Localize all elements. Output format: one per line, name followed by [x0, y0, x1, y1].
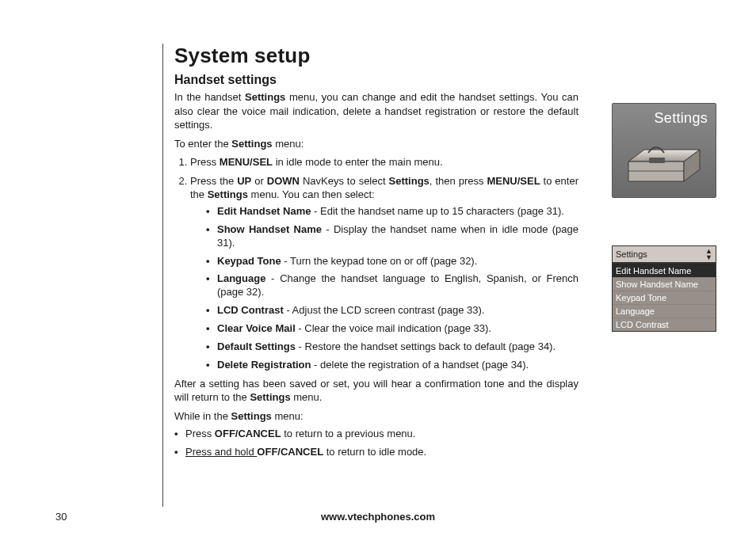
feature-desc: - Turn the keypad tone on or off (page 3… — [281, 255, 478, 267]
feature-desc: - Edit the handset name up to 15 charact… — [311, 205, 563, 217]
text: to return to a previous menu. — [281, 428, 416, 439]
text: , then press — [430, 175, 487, 187]
toolbox-title: Settings — [655, 110, 708, 127]
feature-desc: - Adjust the LCD screen contrast (page 3… — [284, 304, 485, 316]
feature-name: Default Settings — [217, 340, 296, 352]
main-content: System setup Handset settings In the han… — [174, 44, 578, 464]
svg-rect-3 — [649, 158, 665, 163]
feature-list: Edit Handset Name - Edit the handset nam… — [206, 205, 578, 372]
text: menu: — [272, 410, 304, 422]
settings-word: Settings — [250, 391, 290, 403]
feature-name: Edit Handset Name — [217, 205, 311, 217]
manual-page: System setup Handset settings In the han… — [0, 0, 756, 540]
off-cancel-key: OFF/CANCEL — [257, 446, 323, 458]
vertical-rule — [162, 44, 163, 507]
lcd-row: Keypad Tone — [613, 291, 716, 304]
text: in idle mode to enter the main menu. — [273, 156, 443, 168]
settings-word: Settings — [231, 410, 272, 422]
text: In the handset — [174, 91, 245, 103]
settings-word: Settings — [389, 175, 430, 187]
step-1: Press MENU/SEL in idle mode to enter the… — [190, 155, 578, 169]
enter-intro: To enter the Settings menu: — [174, 137, 578, 151]
feature-desc: - delete the registration of a handset (… — [311, 359, 529, 371]
settings-word: Settings — [245, 91, 285, 103]
text: Press — [190, 156, 220, 168]
svg-marker-1 — [628, 162, 684, 181]
down-key: DOWN — [267, 175, 300, 187]
lcd-row: LCD Contrast — [613, 318, 716, 331]
text: or — [251, 175, 266, 187]
off-cancel-key: OFF/CANCEL — [215, 428, 281, 439]
while-bullets: Press OFF/CANCEL to return to a previous… — [174, 428, 578, 459]
text: NavKeys to select — [300, 175, 389, 187]
bullet-item: Press OFF/CANCEL to return to a previous… — [174, 428, 578, 441]
feature-item: Delete Registration - delete the registr… — [206, 359, 578, 372]
feature-desc: - Change the handset language to English… — [217, 272, 578, 298]
feature-item: Default Settings - Restore the handset s… — [206, 340, 578, 354]
after-paragraph: After a setting has been saved or set, y… — [174, 377, 578, 405]
feature-name: Delete Registration — [217, 359, 311, 371]
lcd-row: Language — [613, 304, 716, 318]
feature-item: LCD Contrast - Adjust the LCD screen con… — [206, 304, 578, 318]
feature-item: Language - Change the handset language t… — [206, 272, 578, 299]
feature-name: Show Handset Name — [217, 223, 322, 235]
menu-sel-key: MENU/SEL — [220, 156, 273, 168]
text: menu. — [291, 391, 323, 403]
feature-name: LCD Contrast — [217, 304, 284, 316]
feature-name: Keypad Tone — [217, 255, 281, 267]
lcd-header-title: Settings — [616, 249, 647, 259]
up-down-icon: ▲▼ — [705, 248, 712, 260]
page-title: System setup — [174, 44, 578, 68]
text: Press — [185, 428, 215, 439]
feature-desc: - Restore the handset settings back to d… — [296, 340, 556, 352]
up-key: UP — [237, 175, 251, 187]
feature-item: Clear Voice Mail - Clear the voice mail … — [206, 322, 578, 336]
feature-name: Clear Voice Mail — [217, 322, 296, 334]
text: After a setting has been saved or set, y… — [174, 378, 578, 404]
feature-item: Show Handset Name - Display the handset … — [206, 223, 578, 250]
feature-desc: - Clear the voice mail indication (page … — [296, 322, 491, 334]
lcd-header: Settings ▲▼ — [613, 246, 716, 264]
lcd-menu-illustration: Settings ▲▼ Edit Handset Name Show Hands… — [612, 245, 716, 332]
step-2: Press the UP or DOWN NavKeys to select S… — [190, 174, 578, 372]
feature-name: Language — [217, 272, 265, 284]
intro-paragraph: In the handset Settings menu, you can ch… — [174, 90, 578, 132]
footer-url: www.vtechphones.com — [0, 511, 756, 523]
feature-item: Keypad Tone - Turn the keypad tone on or… — [206, 255, 578, 268]
section-title: Handset settings — [174, 73, 578, 87]
while-paragraph: While in the Settings menu: — [174, 409, 578, 424]
lcd-row-selected: Edit Handset Name — [613, 264, 716, 277]
settings-word: Settings — [208, 188, 248, 200]
text: Press the — [190, 175, 237, 187]
settings-word: Settings — [231, 138, 272, 150]
text: To enter the — [174, 138, 231, 150]
lcd-row: Show Handset Name — [613, 277, 716, 291]
text: menu. You can then select: — [248, 188, 375, 200]
feature-item: Edit Handset Name - Edit the handset nam… — [206, 205, 578, 219]
text: menu: — [273, 138, 304, 150]
bullet-item: Press and hold OFF/CANCEL to return to i… — [174, 446, 578, 459]
steps-list: Press MENU/SEL in idle mode to enter the… — [174, 155, 578, 372]
text: to return to idle mode. — [323, 446, 426, 458]
text: While in the — [174, 410, 231, 422]
toolbox-icon — [620, 134, 708, 189]
settings-toolbox-illustration: Settings — [612, 103, 716, 198]
text-underline: Press and hold — [185, 446, 257, 458]
menu-sel-key: MENU/SEL — [487, 175, 540, 187]
